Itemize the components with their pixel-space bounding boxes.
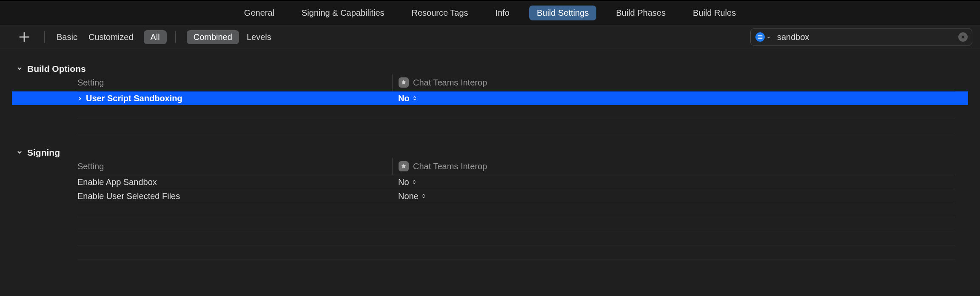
tab-resource-tags[interactable]: Resource Tags bbox=[404, 6, 476, 20]
chevron-down-icon bbox=[766, 32, 771, 42]
search-scope-button[interactable] bbox=[755, 31, 771, 43]
setting-row-user-script-sandboxing[interactable]: User Script Sandboxing No bbox=[12, 91, 968, 105]
app-icon bbox=[399, 161, 409, 171]
section-title: Signing bbox=[27, 148, 60, 158]
filter-basic[interactable]: Basic bbox=[53, 31, 81, 44]
setting-label: Enable App Sandbox bbox=[77, 177, 157, 187]
column-target[interactable]: Chat Teams Interop bbox=[392, 74, 955, 91]
search-input[interactable] bbox=[776, 32, 953, 43]
table-row bbox=[77, 119, 955, 133]
chevron-down-icon bbox=[16, 64, 23, 74]
section-signing: Signing Setting Chat Teams Interop Enabl… bbox=[12, 148, 968, 259]
table-row bbox=[77, 105, 955, 119]
filter-bar: Basic Customized All Combined Levels bbox=[0, 25, 980, 49]
setting-value-text: No bbox=[398, 94, 410, 103]
setting-value[interactable]: No bbox=[392, 177, 955, 187]
settings-content[interactable]: Build Options Setting Chat Teams Interop… bbox=[0, 49, 980, 296]
column-setting-label: Setting bbox=[77, 162, 392, 171]
filter-customized[interactable]: Customized bbox=[85, 31, 137, 44]
updown-icon bbox=[412, 94, 417, 103]
setting-row-enable-user-selected-files[interactable]: Enable User Selected Files None bbox=[77, 189, 955, 203]
column-setting-label: Setting bbox=[77, 78, 392, 88]
table-row bbox=[77, 203, 955, 217]
target-tab-bar: General Signing & Capabilities Resource … bbox=[0, 0, 980, 25]
updown-icon bbox=[412, 177, 417, 187]
setting-value[interactable]: None bbox=[392, 191, 955, 201]
column-header: Setting Chat Teams Interop bbox=[77, 74, 955, 91]
setting-label: Enable User Selected Files bbox=[77, 191, 180, 201]
chevron-down-icon bbox=[16, 148, 23, 158]
setting-row-enable-app-sandbox[interactable]: Enable App Sandbox No bbox=[77, 175, 955, 189]
column-header: Setting Chat Teams Interop bbox=[77, 158, 955, 175]
section-header[interactable]: Build Options bbox=[12, 64, 968, 74]
search-field[interactable] bbox=[750, 28, 972, 46]
app-icon bbox=[399, 77, 409, 88]
setting-value-text: No bbox=[398, 177, 409, 187]
separator bbox=[44, 31, 45, 43]
filter-all[interactable]: All bbox=[144, 30, 167, 44]
section-header[interactable]: Signing bbox=[12, 148, 968, 158]
scope-icon bbox=[755, 32, 765, 42]
setting-value[interactable]: No bbox=[392, 94, 955, 103]
section-title: Build Options bbox=[27, 64, 86, 74]
tab-info[interactable]: Info bbox=[488, 6, 517, 20]
table-row bbox=[77, 245, 955, 259]
setting-label: User Script Sandboxing bbox=[86, 94, 182, 103]
updown-icon bbox=[421, 191, 426, 201]
column-target[interactable]: Chat Teams Interop bbox=[392, 158, 955, 175]
target-name: Chat Teams Interop bbox=[413, 78, 487, 88]
chevron-right-icon[interactable] bbox=[77, 94, 83, 103]
tab-build-phases[interactable]: Build Phases bbox=[608, 6, 673, 20]
add-build-setting-button[interactable] bbox=[17, 30, 31, 44]
tab-signing-capabilities[interactable]: Signing & Capabilities bbox=[294, 6, 392, 20]
tab-build-settings[interactable]: Build Settings bbox=[529, 6, 596, 20]
target-name: Chat Teams Interop bbox=[413, 162, 487, 171]
tab-general[interactable]: General bbox=[236, 6, 282, 20]
editor-pane: General Signing & Capabilities Resource … bbox=[0, 0, 980, 296]
filter-levels[interactable]: Levels bbox=[243, 31, 275, 44]
tab-build-rules[interactable]: Build Rules bbox=[685, 6, 744, 20]
filter-combined[interactable]: Combined bbox=[187, 30, 239, 44]
table-row bbox=[77, 231, 955, 245]
setting-value-text: None bbox=[398, 191, 419, 201]
clear-search-button[interactable] bbox=[958, 32, 968, 42]
section-build-options: Build Options Setting Chat Teams Interop… bbox=[12, 64, 968, 133]
table-row bbox=[77, 217, 955, 231]
separator bbox=[175, 31, 176, 43]
